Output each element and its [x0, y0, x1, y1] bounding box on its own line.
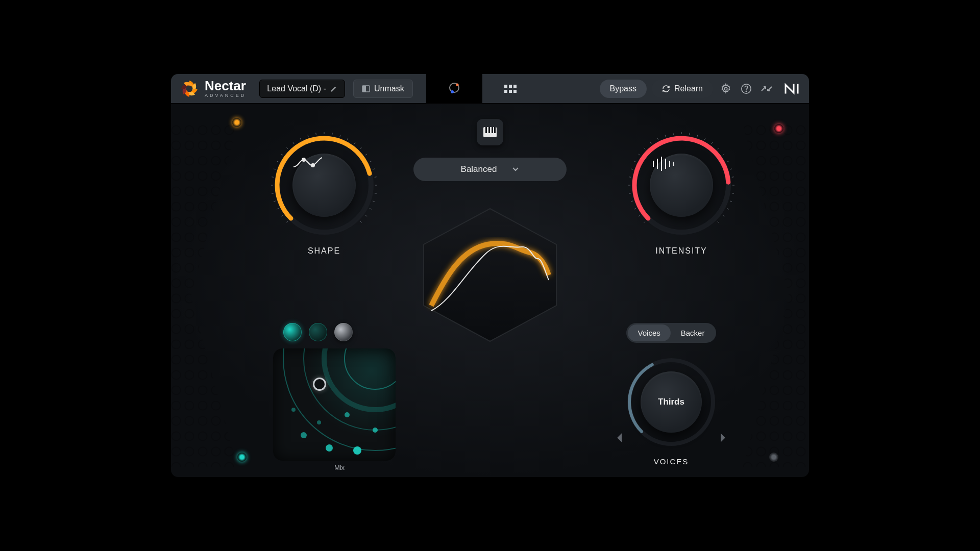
shape-power-toggle[interactable] — [232, 118, 241, 127]
svg-line-32 — [340, 135, 340, 137]
svg-point-96 — [301, 432, 307, 438]
header-right-group: Bypass Relearn — [593, 74, 810, 103]
svg-line-27 — [300, 138, 301, 140]
svg-point-98 — [353, 446, 361, 455]
resize-icon — [761, 84, 773, 94]
plugin-window: Nectar ADVANCED Lead Vocal (D) - Unmask — [171, 74, 809, 477]
svg-line-78 — [723, 215, 724, 216]
svg-line-53 — [629, 193, 631, 194]
tab-assistant-view[interactable] — [426, 74, 482, 103]
pencil-icon — [330, 85, 337, 92]
intensity-power-toggle[interactable] — [774, 124, 783, 133]
svg-rect-6 — [509, 85, 512, 88]
intensity-knob-face — [650, 154, 713, 217]
svg-line-36 — [365, 154, 367, 155]
center-column: Balanced — [406, 119, 574, 346]
unmask-button[interactable]: Unmask — [353, 80, 413, 98]
svg-line-22 — [274, 169, 276, 169]
help-button[interactable] — [739, 81, 754, 96]
svg-line-49 — [644, 221, 645, 223]
voices-tab-backer[interactable]: Backer — [671, 324, 715, 341]
svg-line-42 — [373, 201, 375, 202]
space-xy-pad[interactable] — [273, 348, 396, 461]
svg-line-50 — [639, 215, 640, 216]
svg-rect-87 — [485, 127, 487, 133]
svg-point-97 — [326, 444, 333, 452]
shape-knob[interactable] — [268, 129, 380, 241]
svg-line-51 — [634, 208, 636, 209]
chevron-down-icon — [512, 167, 519, 172]
space-xy-handle[interactable] — [313, 378, 326, 391]
svg-line-17 — [277, 208, 279, 209]
space-mode-2[interactable] — [309, 323, 327, 341]
svg-line-34 — [354, 142, 355, 144]
svg-point-13 — [746, 91, 746, 91]
svg-line-55 — [629, 177, 631, 178]
svg-line-39 — [375, 177, 377, 178]
svg-line-57 — [634, 161, 636, 162]
svg-rect-8 — [504, 90, 507, 93]
intensity-bars-icon — [650, 154, 675, 174]
space-mode-3[interactable] — [334, 323, 353, 341]
svg-point-92 — [283, 348, 396, 450]
svg-rect-10 — [513, 90, 517, 93]
svg-line-60 — [650, 142, 651, 144]
space-section: Intensity — [273, 323, 406, 471]
svg-line-26 — [293, 142, 294, 144]
space-x-axis-label: Mix — [273, 464, 406, 471]
svg-point-100 — [345, 412, 350, 417]
svg-line-29 — [316, 133, 316, 135]
svg-line-35 — [360, 147, 362, 149]
svg-point-4 — [451, 90, 454, 93]
shape-knob-face — [292, 154, 356, 217]
svg-line-44 — [365, 215, 367, 216]
voices-next-arrow[interactable] — [719, 433, 727, 443]
svg-line-28 — [308, 135, 308, 137]
svg-line-45 — [360, 221, 362, 223]
voices-tab-voices[interactable]: Voices — [628, 324, 671, 341]
svg-point-99 — [373, 428, 378, 433]
tone-preset-dropdown[interactable]: Balanced — [413, 158, 567, 181]
tab-modules-view[interactable] — [482, 74, 538, 103]
midi-keyboard-button[interactable] — [477, 119, 503, 145]
header-bar: Nectar ADVANCED Lead Vocal (D) - Unmask — [171, 74, 809, 104]
intensity-label: INTENSITY — [615, 246, 748, 256]
help-icon — [741, 83, 752, 94]
svg-point-101 — [291, 408, 296, 412]
svg-point-46 — [302, 158, 305, 161]
ni-brand-icon — [781, 79, 802, 99]
tone-preset-value: Balanced — [461, 164, 497, 174]
svg-line-37 — [370, 161, 372, 162]
space-mode-selector — [273, 323, 406, 341]
preset-selector[interactable]: Lead Vocal (D) - — [259, 80, 345, 98]
svg-line-16 — [281, 215, 283, 216]
spectrum-hexagon[interactable] — [411, 204, 569, 346]
svg-line-24 — [281, 154, 283, 155]
unmask-icon — [362, 85, 370, 92]
intensity-knob[interactable] — [625, 129, 738, 241]
svg-rect-1 — [362, 86, 366, 92]
voices-knob[interactable]: Thirds — [620, 351, 722, 453]
zoom-button[interactable] — [759, 81, 774, 96]
voices-power-toggle[interactable] — [769, 453, 778, 462]
main-body: SHAPE INTENSITY — [171, 104, 809, 477]
settings-button[interactable] — [718, 81, 733, 96]
svg-line-62 — [665, 135, 666, 137]
svg-line-43 — [370, 208, 372, 209]
voices-prev-arrow[interactable] — [615, 433, 623, 443]
shape-section: SHAPE — [258, 129, 390, 256]
svg-line-65 — [690, 133, 690, 135]
space-power-toggle[interactable] — [237, 453, 247, 462]
svg-line-72 — [730, 169, 732, 169]
space-mode-1[interactable] — [283, 323, 302, 341]
bypass-button[interactable]: Bypass — [600, 80, 647, 98]
intensity-section: INTENSITY — [615, 129, 748, 256]
unmask-label: Unmask — [374, 84, 404, 93]
relearn-button[interactable]: Relearn — [652, 80, 713, 98]
voices-backer-segmented: Voices Backer — [626, 323, 717, 343]
svg-line-18 — [274, 201, 276, 202]
brand-title: Nectar — [205, 79, 246, 92]
view-tabs — [426, 74, 538, 103]
svg-rect-88 — [488, 127, 490, 133]
modules-icon — [503, 84, 518, 94]
